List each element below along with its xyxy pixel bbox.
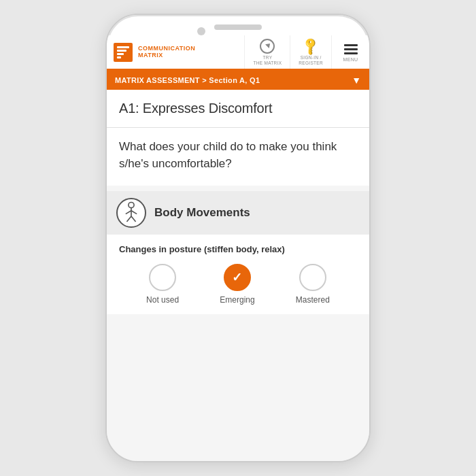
svg-line-4 xyxy=(126,216,131,222)
category-label: Body Movements xyxy=(154,206,250,220)
question-title: A1: Expresses Discomfort xyxy=(119,101,357,116)
volume-down-button xyxy=(105,124,107,155)
not-used-radio[interactable] xyxy=(149,264,176,291)
phone-screen: COMMUNICATION MATRIX TRYTHE MATRIX 🔑 SIG… xyxy=(107,35,369,461)
breadcrumb-text: MATRIX ASSESSMENT > Section A, Q1 xyxy=(115,76,260,84)
breadcrumb-bar[interactable]: MATRIX ASSESSMENT > Section A, Q1 ▼ xyxy=(107,71,369,90)
not-used-label: Not used xyxy=(146,295,179,305)
mastered-option[interactable]: Mastered xyxy=(296,264,330,305)
menu-label: MENU xyxy=(343,57,358,62)
svg-line-5 xyxy=(131,216,136,222)
mastered-radio[interactable] xyxy=(299,264,326,291)
mastered-label: Mastered xyxy=(296,295,330,305)
emerging-radio[interactable] xyxy=(224,264,251,291)
svg-line-2 xyxy=(126,211,131,214)
logo-section: COMMUNICATION MATRIX xyxy=(107,35,244,69)
sign-in-nav[interactable]: 🔑 SIGN-IN /REGISTER xyxy=(290,35,331,69)
phone-speaker xyxy=(214,24,262,30)
rating-options: Not used Emerging Mastered xyxy=(119,264,357,305)
body-movements-icon xyxy=(116,198,146,228)
hamburger-icon xyxy=(343,43,359,56)
app-header: COMMUNICATION MATRIX TRYTHE MATRIX 🔑 SIG… xyxy=(107,35,369,71)
try-matrix-label: TRYTHE MATRIX xyxy=(253,55,282,66)
category-header: Body Movements xyxy=(107,191,369,235)
power-button xyxy=(369,137,371,181)
front-camera xyxy=(197,27,205,35)
silent-button xyxy=(105,163,107,194)
svg-line-3 xyxy=(131,211,137,214)
not-used-option[interactable]: Not used xyxy=(146,264,179,305)
main-content: A1: Expresses Discomfort What does your … xyxy=(107,90,369,461)
logo-text: COMMUNICATION MATRIX xyxy=(138,46,195,59)
key-icon: 🔑 xyxy=(301,35,322,56)
menu-nav[interactable]: MENU xyxy=(331,35,369,69)
phone-top-bar xyxy=(107,15,369,35)
breadcrumb-dropdown-icon[interactable]: ▼ xyxy=(352,75,361,86)
item-description: Changes in posture (stiffen body, relax) xyxy=(119,244,357,254)
question-prompt-section: What does your child do to make you thin… xyxy=(107,128,369,186)
volume-up-button xyxy=(105,97,107,116)
emerging-option[interactable]: Emerging xyxy=(220,264,254,305)
phone-device: COMMUNICATION MATRIX TRYTHE MATRIX 🔑 SIG… xyxy=(105,14,371,462)
logo-icon xyxy=(114,43,133,62)
emerging-label: Emerging xyxy=(220,295,254,305)
question-title-section: A1: Expresses Discomfort xyxy=(107,90,369,128)
try-matrix-nav[interactable]: TRYTHE MATRIX xyxy=(244,35,290,69)
question-prompt: What does your child do to make you thin… xyxy=(119,139,357,172)
assessment-item: Changes in posture (stiffen body, relax)… xyxy=(107,235,369,314)
svg-point-0 xyxy=(129,203,134,208)
logo-line2: MATRIX xyxy=(138,52,195,59)
compass-icon xyxy=(260,39,275,54)
